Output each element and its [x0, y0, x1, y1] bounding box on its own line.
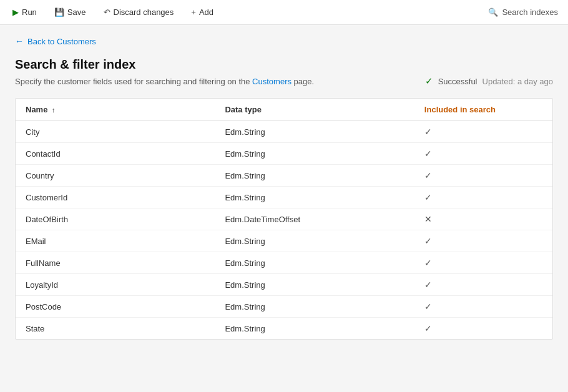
success-icon: ✓ [425, 76, 433, 87]
cell-datatype: Edm.String [215, 143, 414, 165]
sort-arrow-icon: ↑ [52, 106, 56, 114]
cell-included: ✓ [414, 318, 552, 340]
discard-label: Discard changes [114, 7, 174, 17]
toolbar: ▶ Run 💾 Save ↶ Discard changes + Add 🔍 S… [0, 0, 568, 25]
table-row: EMailEdm.String✓ [16, 230, 552, 252]
table-row: PostCodeEdm.String✓ [16, 296, 552, 318]
cell-datatype: Edm.String [215, 187, 414, 208]
cell-included: ✓ [414, 296, 552, 318]
updated-text: Updated: a day ago [482, 77, 553, 86]
cell-name: LoyaltyId [16, 274, 215, 296]
col-header-included: Included in search [414, 99, 552, 121]
add-label: Add [199, 7, 213, 17]
table-row: ContactIdEdm.String✓ [16, 143, 552, 165]
back-link-label: Back to Customers [27, 37, 96, 46]
run-icon: ▶ [12, 7, 19, 17]
cell-datatype: Edm.String [215, 274, 414, 296]
description-text: Specify the customer fields used for sea… [15, 77, 314, 86]
table-row: LoyaltyIdEdm.String✓ [16, 274, 552, 296]
cell-datatype: Edm.String [215, 252, 414, 274]
cell-name: State [16, 318, 215, 340]
index-table-container: Name ↑ Data type Included in search City… [15, 98, 553, 340]
cell-included: ✓ [414, 230, 552, 252]
cell-included: ✕ [414, 208, 552, 230]
table-header-row: Name ↑ Data type Included in search [16, 99, 552, 121]
table-row: StateEdm.String✓ [16, 318, 552, 340]
add-button[interactable]: + Add [189, 6, 216, 18]
back-link[interactable]: ← Back to Customers [15, 25, 96, 54]
cell-datatype: Edm.DateTimeOffset [215, 208, 414, 230]
status-area: ✓ Successful Updated: a day ago [425, 76, 553, 87]
cell-included: ✓ [414, 274, 552, 296]
cell-included: ✓ [414, 143, 552, 165]
cell-datatype: Edm.String [215, 230, 414, 252]
status-text: Successful [438, 77, 477, 86]
cell-included: ✓ [414, 165, 552, 187]
add-icon: + [191, 7, 196, 17]
cell-name: City [16, 121, 215, 143]
index-table: Name ↑ Data type Included in search City… [16, 99, 552, 339]
save-label: Save [67, 7, 86, 17]
save-icon: 💾 [54, 7, 64, 17]
cell-included: ✓ [414, 252, 552, 274]
col-header-name[interactable]: Name ↑ [16, 99, 215, 121]
run-button[interactable]: ▶ Run [10, 6, 39, 18]
cell-datatype: Edm.String [215, 296, 414, 318]
search-box[interactable]: 🔍 Search indexes [488, 7, 558, 17]
cell-name: CustomerId [16, 187, 215, 208]
table-row: DateOfBirthEdm.DateTimeOffset✕ [16, 208, 552, 230]
cell-included: ✓ [414, 121, 552, 143]
cell-included: ✓ [414, 187, 552, 208]
search-label: Search indexes [502, 7, 558, 17]
cell-datatype: Edm.String [215, 121, 414, 143]
page-title: Search & filter index [15, 57, 553, 72]
cell-datatype: Edm.String [215, 318, 414, 340]
col-header-datatype: Data type [215, 99, 414, 121]
run-label: Run [22, 7, 37, 17]
customers-link[interactable]: Customers [252, 77, 291, 86]
back-arrow-icon: ← [15, 36, 24, 46]
cell-datatype: Edm.String [215, 165, 414, 187]
description-row: Specify the customer fields used for sea… [15, 76, 553, 87]
table-row: FullNameEdm.String✓ [16, 252, 552, 274]
cell-name: EMail [16, 230, 215, 252]
search-icon: 🔍 [488, 7, 498, 17]
cell-name: ContactId [16, 143, 215, 165]
table-row: CityEdm.String✓ [16, 121, 552, 143]
discard-icon: ↶ [104, 7, 110, 17]
cell-name: FullName [16, 252, 215, 274]
cell-name: PostCode [16, 296, 215, 318]
cell-name: Country [16, 165, 215, 187]
save-button[interactable]: 💾 Save [52, 6, 89, 18]
table-row: CountryEdm.String✓ [16, 165, 552, 187]
page-content: ← Back to Customers Search & filter inde… [0, 25, 568, 355]
cell-name: DateOfBirth [16, 208, 215, 230]
table-row: CustomerIdEdm.String✓ [16, 187, 552, 208]
discard-button[interactable]: ↶ Discard changes [101, 6, 177, 18]
